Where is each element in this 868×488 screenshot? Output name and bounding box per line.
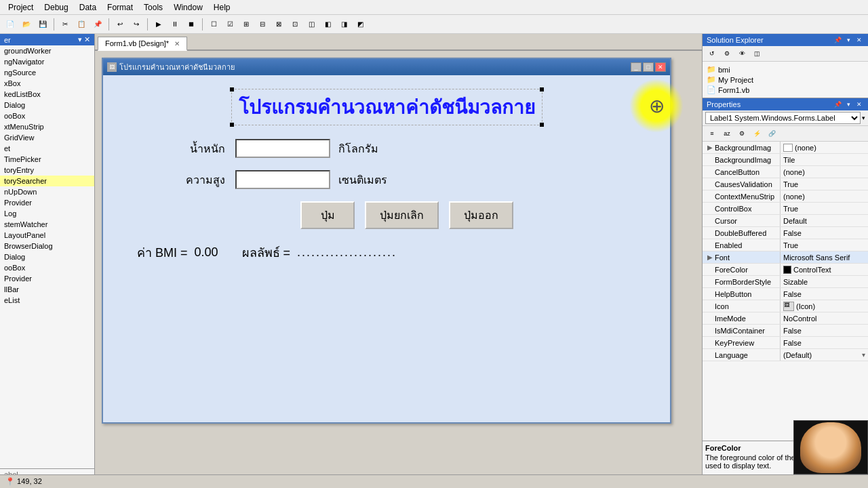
props-properties-btn[interactable]: ⚙ bbox=[735, 127, 749, 140]
props-row-bgimage1[interactable]: ▶ BackgroundImag (none) bbox=[703, 142, 868, 154]
menu-window[interactable]: Window bbox=[168, 1, 208, 14]
minimize-button[interactable]: _ bbox=[631, 62, 642, 72]
toolbar-b3[interactable]: ⊞ bbox=[239, 17, 254, 32]
language-dropdown-icon[interactable]: ▾ bbox=[862, 351, 865, 359]
toolbar-cut[interactable]: ✂ bbox=[58, 17, 73, 32]
toolbar-b7[interactable]: ◫ bbox=[304, 17, 319, 32]
props-row-cursor[interactable]: Cursor Default bbox=[703, 215, 868, 227]
props-row-font[interactable]: ▶ Font Microsoft Sans Serif bbox=[703, 251, 868, 264]
toolbar-b4[interactable]: ⊟ bbox=[255, 17, 270, 32]
sol-node-form1vb[interactable]: 📄 Form1.vb bbox=[705, 85, 865, 95]
props-row-imemode[interactable]: ImeMode NoControl bbox=[703, 312, 868, 325]
sidebar-item-xtmenustrip[interactable]: xtMenuStrip bbox=[0, 121, 94, 132]
toolbar-stop[interactable]: ⏹ bbox=[184, 17, 199, 32]
sol-refresh-btn[interactable]: ↺ bbox=[705, 47, 719, 60]
sidebar-item-llbar[interactable]: llBar bbox=[0, 284, 94, 295]
handle-br[interactable] bbox=[540, 123, 544, 127]
sidebar-item-toryentry[interactable]: toryEntry bbox=[0, 165, 94, 176]
toolbar-redo[interactable]: ↪ bbox=[129, 17, 144, 32]
sidebar-item-elist[interactable]: eList bbox=[0, 295, 94, 306]
props-row-ismdicontainer[interactable]: IsMdiContainer False bbox=[703, 325, 868, 337]
sidebar-item-browserdialog[interactable]: BrowserDialog bbox=[0, 241, 94, 251]
toolbar-new[interactable]: 📄 bbox=[3, 17, 18, 32]
sidebar-item-gridview[interactable]: GridView bbox=[0, 132, 94, 143]
btn-cancel[interactable]: ปุ่มยกเลิก bbox=[365, 201, 439, 229]
props-alphabetical-btn[interactable]: az bbox=[720, 127, 734, 140]
sol-close-icon[interactable]: ✕ bbox=[854, 35, 864, 45]
sidebar-item-ngnavigator[interactable]: ngNavigator bbox=[0, 56, 94, 67]
menu-tools[interactable]: Tools bbox=[138, 1, 168, 14]
sol-node-myproject[interactable]: 📁 My Project bbox=[705, 75, 865, 85]
toolbar-b6[interactable]: ⊡ bbox=[288, 17, 302, 32]
toolbar-open[interactable]: 📂 bbox=[19, 17, 34, 32]
props-row-doublebuffered[interactable]: DoubleBuffered False bbox=[703, 227, 868, 239]
props-row-cancelbutton[interactable]: CancelButton (none) bbox=[703, 166, 868, 178]
toolbar-paste[interactable]: 📌 bbox=[90, 17, 105, 32]
props-row-enabled[interactable]: Enabled True bbox=[703, 239, 868, 251]
menu-data[interactable]: Data bbox=[74, 1, 102, 14]
props-row-keypreview[interactable]: KeyPreview False bbox=[703, 337, 868, 349]
props-row-bgimage2[interactable]: BackgroundImag Tile bbox=[703, 154, 868, 166]
menu-help[interactable]: Help bbox=[208, 1, 236, 14]
toolbar-run[interactable]: ▶ bbox=[151, 17, 166, 32]
sidebar-item-log[interactable]: Log bbox=[0, 208, 94, 219]
handle-tl[interactable] bbox=[230, 87, 234, 92]
props-btn5[interactable]: 🔗 bbox=[765, 127, 778, 140]
sidebar-item-nupdown[interactable]: nUpDown bbox=[0, 186, 94, 197]
tab-close-icon[interactable]: ✕ bbox=[174, 40, 180, 47]
sol-properties-btn[interactable]: ⚙ bbox=[720, 47, 734, 60]
handle-tr[interactable] bbox=[540, 87, 544, 92]
toolbar-b9[interactable]: ◨ bbox=[336, 17, 351, 32]
sidebar-item-kedlistbox[interactable]: kedListBox bbox=[0, 89, 94, 100]
props-close-icon[interactable]: ✕ bbox=[854, 100, 864, 109]
props-row-helpbutton[interactable]: HelpButton False bbox=[703, 288, 868, 300]
menu-debug[interactable]: Debug bbox=[39, 1, 73, 14]
props-object-dropdown[interactable]: Label1 System.Windows.Forms.Label bbox=[705, 112, 861, 124]
sidebar-item-et[interactable]: et bbox=[0, 143, 94, 154]
props-row-language[interactable]: Language (Default) ▾ bbox=[703, 349, 868, 361]
expand-bgimage1[interactable]: ▶ bbox=[705, 144, 715, 151]
sidebar-item-stemwatcher[interactable]: stemWatcher bbox=[0, 219, 94, 230]
props-row-controlbox[interactable]: ControlBox True bbox=[703, 203, 868, 215]
btn-exit[interactable]: ปุ่มออก bbox=[449, 201, 513, 229]
sol-node-bmi[interactable]: 📁 bmi bbox=[705, 64, 865, 75]
sidebar-item-timepicker[interactable]: TimePicker bbox=[0, 154, 94, 165]
btn-calculate[interactable]: ปุ่ม bbox=[300, 201, 355, 229]
props-row-contextmenu[interactable]: ContextMenuStrip (none) bbox=[703, 190, 868, 203]
expand-font[interactable]: ▶ bbox=[705, 253, 715, 261]
sol-dropdown-icon[interactable]: ▾ bbox=[844, 35, 853, 45]
sidebar-item-xbox[interactable]: xBox bbox=[0, 78, 94, 89]
sol-show-all-btn[interactable]: 👁 bbox=[735, 47, 749, 60]
toolbar-b1[interactable]: ☐ bbox=[206, 17, 221, 32]
design-canvas[interactable]: 🖼 โปรแกรมคำนวณหาค่าดัชนีมวลกาย _ □ ✕ โปร… bbox=[95, 51, 702, 479]
props-categorized-btn[interactable]: ≡ bbox=[705, 127, 719, 140]
props-pin-icon[interactable]: 📌 bbox=[833, 100, 842, 109]
props-row-causesvalidation[interactable]: CausesValidation True bbox=[703, 178, 868, 190]
handle-bl[interactable] bbox=[230, 123, 234, 127]
sidebar-item-oobox2[interactable]: ooBox bbox=[0, 262, 94, 273]
sidebar-item-dialog2[interactable]: Dialog bbox=[0, 251, 94, 262]
props-row-icon[interactable]: Icon 🖼 (Icon) bbox=[703, 300, 868, 312]
props-row-formborderstyle[interactable]: FormBorderStyle Sizable bbox=[703, 276, 868, 288]
sidebar-item-provider[interactable]: Provider bbox=[0, 197, 94, 208]
label1-title[interactable]: โปรแกรมคำนวณหาค่าดัชนีมวลกาย bbox=[231, 89, 542, 125]
props-row-forecolor[interactable]: ForeColor ControlText bbox=[703, 264, 868, 276]
menu-project[interactable]: Project bbox=[3, 1, 39, 14]
height-input[interactable] bbox=[235, 170, 330, 189]
sidebar-item-torysearcher[interactable]: torySearcher bbox=[0, 176, 94, 186]
toolbar-b2[interactable]: ☑ bbox=[222, 17, 237, 32]
weight-input[interactable] bbox=[235, 139, 330, 158]
toolbar-copy[interactable]: 📋 bbox=[74, 17, 89, 32]
sidebar-item-provider2[interactable]: Provider bbox=[0, 273, 94, 284]
toolbar-b8[interactable]: ◧ bbox=[320, 17, 335, 32]
props-events-btn[interactable]: ⚡ bbox=[750, 127, 764, 140]
toolbar-b5[interactable]: ⊠ bbox=[271, 17, 286, 32]
sidebar-item-groundworker[interactable]: groundWorker bbox=[0, 45, 94, 56]
sol-btn4[interactable]: ◫ bbox=[750, 47, 764, 60]
close-button[interactable]: ✕ bbox=[655, 62, 666, 72]
sidebar-item-oobox[interactable]: ooBox bbox=[0, 110, 94, 121]
toolbar-b10[interactable]: ◩ bbox=[353, 17, 368, 32]
sidebar-item-ngsource[interactable]: ngSource bbox=[0, 67, 94, 78]
tab-form1-design[interactable]: Form1.vb [Design]* ✕ bbox=[98, 37, 187, 51]
menu-format[interactable]: Format bbox=[102, 1, 138, 14]
